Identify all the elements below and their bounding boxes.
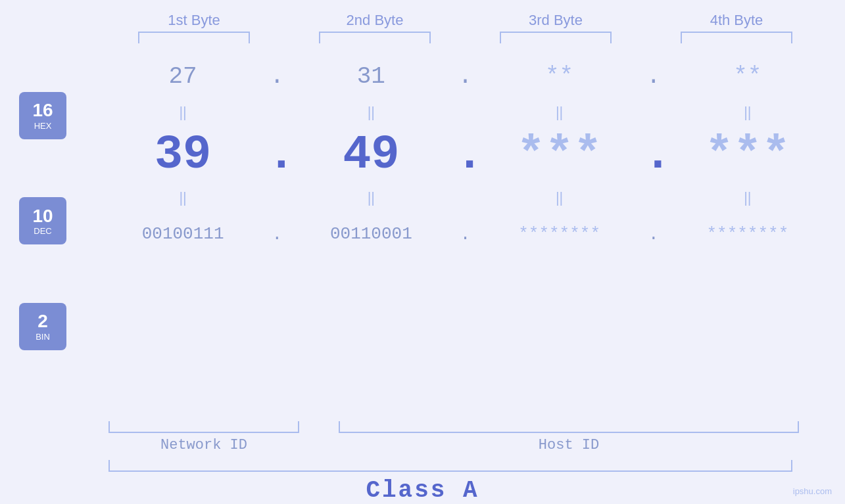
dec-badge-number: 10: [32, 206, 53, 227]
hex-row: 27 . 31 . ** . **: [85, 50, 845, 103]
values-area: 27 . 31 . ** . **: [85, 50, 845, 419]
sep-1-3: ||: [475, 104, 644, 121]
class-label: Class A: [366, 477, 479, 504]
id-labels-row: Network ID Host ID: [85, 437, 815, 453]
dec-val-2: 49: [287, 128, 455, 182]
bracket-cell-1: [104, 32, 285, 43]
hex-val-4: **: [664, 63, 832, 90]
net-bracket-wrap: [85, 421, 322, 433]
sep-1-2: ||: [287, 104, 455, 121]
top-bracket-3: [500, 32, 612, 43]
byte-3-header: 3rd Byte: [466, 12, 646, 29]
bin-val-2: 00110001: [287, 224, 455, 244]
hex-val-1: 27: [99, 63, 267, 90]
sep-row-2: || || || ||: [85, 188, 845, 208]
dec-dot-3: .: [644, 128, 664, 182]
host-bracket: [339, 421, 799, 433]
top-bracket-row: [104, 32, 827, 43]
bin-badge-label: BIN: [36, 332, 50, 342]
bracket-cell-3: [466, 32, 646, 43]
sep-row-1: || || || ||: [85, 103, 845, 122]
network-bracket: [109, 421, 299, 433]
dec-val-4: ***: [664, 128, 832, 182]
host-bracket-wrap: [322, 421, 815, 433]
dec-dot-1: .: [267, 128, 287, 182]
bin-val-4: ********: [664, 224, 832, 244]
byte-header-row: 1st Byte 2nd Byte 3rd Byte 4th Byte: [104, 12, 827, 29]
bin-dot-2: .: [456, 224, 475, 244]
dec-row: 39 . 49 . *** . ***: [85, 122, 845, 188]
top-bracket-2: [319, 32, 431, 43]
hex-dot-1: .: [267, 63, 287, 90]
bottom-section: Network ID Host ID Class A: [0, 421, 845, 504]
large-bracket-row: [85, 460, 815, 472]
dec-val-3: ***: [475, 128, 644, 182]
bin-badge: 2 BIN: [19, 303, 66, 350]
watermark: ipshu.com: [793, 486, 832, 496]
sep-2-2: ||: [287, 189, 455, 206]
dec-dot-2: .: [456, 128, 475, 182]
sep-2-1: ||: [99, 189, 267, 206]
hex-badge: 16 HEX: [19, 92, 66, 139]
hex-dot-2: .: [456, 63, 475, 90]
bracket-cell-2: [285, 32, 466, 43]
sep-1-4: ||: [664, 104, 832, 121]
bin-badge-number: 2: [37, 311, 48, 332]
network-id-label: Network ID: [85, 437, 322, 453]
badges-column: 16 HEX 10 DEC 2 BIN: [0, 50, 85, 419]
hex-badge-label: HEX: [34, 121, 52, 131]
sep-2-4: ||: [664, 189, 832, 206]
main-area: 16 HEX 10 DEC 2 BIN 27 .: [0, 50, 845, 419]
bin-dot-3: .: [644, 224, 664, 244]
hex-val-2: 31: [287, 63, 455, 90]
bin-val-1: 00100111: [99, 224, 267, 244]
host-id-label: Host ID: [322, 437, 815, 453]
bin-row: 00100111 . 00110001 . ******** .: [85, 208, 845, 260]
dec-val-1: 39: [99, 128, 267, 182]
class-label-row: Class A: [0, 477, 845, 504]
byte-1-header: 1st Byte: [104, 12, 285, 29]
bottom-brackets-row: [85, 421, 815, 433]
top-bracket-1: [138, 32, 250, 43]
byte-4-header: 4th Byte: [646, 12, 827, 29]
large-bottom-bracket: [109, 460, 792, 472]
bin-val-3: ********: [475, 224, 644, 244]
sep-2-3: ||: [475, 189, 644, 206]
top-bracket-4: [681, 32, 792, 43]
dec-badge: 10 DEC: [19, 197, 66, 244]
bin-dot-1: .: [267, 224, 287, 244]
bracket-cell-4: [646, 32, 827, 43]
main-container: 1st Byte 2nd Byte 3rd Byte 4th Byte 16 H…: [0, 0, 845, 504]
hex-val-3: **: [475, 63, 644, 90]
hex-dot-3: .: [644, 63, 664, 90]
hex-badge-number: 16: [32, 101, 53, 121]
dec-badge-label: DEC: [34, 226, 51, 236]
byte-2-header: 2nd Byte: [285, 12, 466, 29]
sep-1-1: ||: [99, 104, 267, 121]
